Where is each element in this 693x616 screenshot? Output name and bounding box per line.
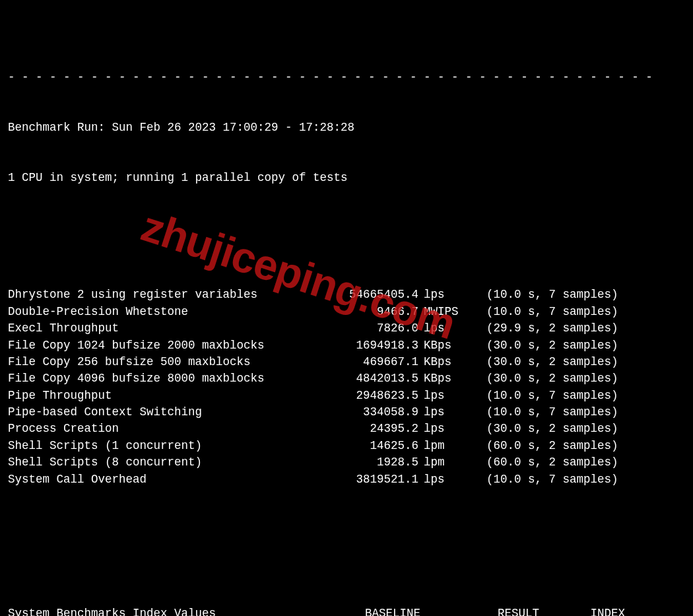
cpu-config-line: 1 CPU in system; running 1 parallel copy… (8, 170, 685, 186)
test-sample-info: (10.0 s, 7 samples) (473, 471, 671, 488)
test-row: Shell Scripts (8 concurrent)1928.5lpm(60… (8, 454, 685, 471)
test-name: File Copy 4096 bufsize 8000 maxblocks (8, 370, 292, 387)
test-name: Dhrystone 2 using register variables (8, 287, 292, 303)
test-row: Process Creation24395.2lps(30.0 s, 2 sam… (8, 421, 685, 437)
test-unit: lpm (424, 438, 473, 454)
test-unit: KBps (424, 370, 473, 387)
test-value: 1928.5 (292, 454, 424, 471)
test-row: File Copy 256 bufsize 500 maxblocks46966… (8, 354, 685, 370)
test-unit: lps (424, 404, 473, 421)
test-unit: KBps (424, 337, 473, 354)
test-name: File Copy 256 bufsize 500 maxblocks (8, 354, 292, 370)
test-value: 334058.9 (292, 404, 424, 421)
test-value: 3819521.1 (292, 471, 424, 488)
test-sample-info: (60.0 s, 2 samples) (473, 454, 671, 471)
blank-line (8, 220, 685, 236)
test-row: File Copy 4096 bufsize 8000 maxblocks484… (8, 370, 685, 387)
test-row: Dhrystone 2 using register variables5466… (8, 287, 685, 303)
index-header-index: INDEX (539, 605, 625, 617)
test-value: 24395.2 (292, 421, 424, 437)
test-name: Process Creation (8, 421, 292, 437)
test-row: Execl Throughput7826.0lps(29.9 s, 2 samp… (8, 320, 685, 337)
tests-block: Dhrystone 2 using register variables5466… (8, 287, 685, 488)
test-row: Double-Precision Whetstone9466.7MWIPS(10… (8, 304, 685, 320)
index-header-title: System Benchmarks Index Values (8, 605, 292, 617)
test-unit: lps (424, 421, 473, 437)
index-header-result: RESULT (420, 605, 539, 617)
test-sample-info: (60.0 s, 2 samples) (473, 438, 671, 454)
test-name: Execl Throughput (8, 320, 292, 337)
test-unit: lps (424, 388, 473, 404)
test-row: Pipe Throughput2948623.5lps(10.0 s, 7 sa… (8, 388, 685, 404)
benchmark-run-header: Benchmark Run: Sun Feb 26 2023 17:00:29 … (8, 120, 685, 136)
test-unit: KBps (424, 354, 473, 370)
test-sample-info: (10.0 s, 7 samples) (473, 388, 671, 404)
test-row: System Call Overhead3819521.1lps(10.0 s,… (8, 471, 685, 488)
index-header-baseline: BASELINE (292, 605, 420, 617)
test-sample-info: (29.9 s, 2 samples) (473, 320, 671, 337)
test-value: 9466.7 (292, 304, 424, 320)
test-value: 54665405.4 (292, 287, 424, 303)
test-name: System Call Overhead (8, 471, 292, 488)
test-name: Double-Precision Whetstone (8, 304, 292, 320)
test-unit: lpm (424, 454, 473, 471)
test-row: Shell Scripts (1 concurrent)14625.6lpm(6… (8, 438, 685, 454)
test-value: 2948623.5 (292, 388, 424, 404)
test-name: File Copy 1024 bufsize 2000 maxblocks (8, 337, 292, 354)
test-row: Pipe-based Context Switching334058.9lps(… (8, 404, 685, 421)
test-sample-info: (10.0 s, 7 samples) (473, 404, 671, 421)
test-name: Shell Scripts (8 concurrent) (8, 454, 292, 471)
test-row: File Copy 1024 bufsize 2000 maxblocks169… (8, 337, 685, 354)
test-sample-info: (30.0 s, 2 samples) (473, 337, 671, 354)
test-sample-info: (30.0 s, 2 samples) (473, 370, 671, 387)
test-name: Pipe-based Context Switching (8, 404, 292, 421)
test-unit: lps (424, 471, 473, 488)
test-name: Pipe Throughput (8, 388, 292, 404)
blank-line (8, 538, 685, 555)
test-value: 469667.1 (292, 354, 424, 370)
test-unit: lps (424, 287, 473, 303)
test-value: 7826.0 (292, 320, 424, 337)
test-value: 4842013.5 (292, 370, 424, 387)
test-name: Shell Scripts (1 concurrent) (8, 438, 292, 454)
test-sample-info: (30.0 s, 2 samples) (473, 421, 671, 437)
separator-line: - - - - - - - - - - - - - - - - - - - - … (8, 69, 685, 86)
test-sample-info: (10.0 s, 7 samples) (473, 287, 671, 303)
index-header-row: System Benchmarks Index Values BASELINE … (8, 605, 685, 617)
test-unit: MWIPS (424, 304, 473, 320)
test-sample-info: (10.0 s, 7 samples) (473, 304, 671, 320)
test-sample-info: (30.0 s, 2 samples) (473, 354, 671, 370)
test-value: 1694918.3 (292, 337, 424, 354)
terminal-output: zhujiceping.com - - - - - - - - - - - - … (0, 0, 693, 616)
test-unit: lps (424, 320, 473, 337)
test-value: 14625.6 (292, 438, 424, 454)
